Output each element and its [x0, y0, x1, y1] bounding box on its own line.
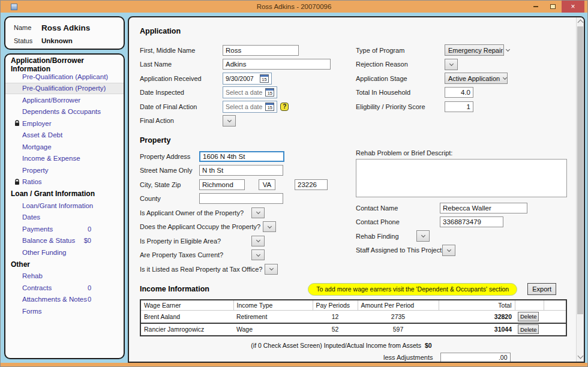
city-state-zip-label: City, State Zip	[140, 181, 199, 188]
col-wage-earner: Wage Earner	[140, 300, 233, 311]
eligible-area-question-dropdown[interactable]	[251, 236, 265, 246]
income-heading: Income Information	[140, 285, 209, 293]
sidebar-item-forms[interactable]: Forms	[5, 305, 124, 317]
scroll-up-icon[interactable]	[578, 20, 584, 26]
total-household-label: Total In Household	[356, 89, 445, 96]
date-final-action-datepicker[interactable]: Select a date 15	[223, 101, 277, 113]
nav-header-other: Other	[5, 258, 124, 270]
contact-name-input[interactable]	[440, 203, 527, 213]
rehab-finding-dropdown[interactable]	[416, 230, 430, 242]
col-total: Total	[439, 300, 515, 311]
rehab-problem-label: Rehab Problem or Brief Descript:	[356, 149, 567, 159]
sidebar-item-other-funding[interactable]: Other Funding	[5, 246, 124, 258]
last-name-label: Last Name	[140, 61, 223, 68]
app-window: Ross Adkins - 20070096 × Name Ross Adkin…	[0, 0, 588, 367]
profile-panel: Name Ross Adkins Status Unknown	[4, 16, 125, 50]
sidebar-item-mortgage[interactable]: Mortgage	[5, 141, 124, 153]
less-adjustments-label: less Adjustments	[383, 354, 433, 361]
contracts-count: 0	[88, 284, 91, 291]
payments-count: 0	[88, 225, 91, 233]
table-row: Brent Aaland Retirement 12 2735 32820 De…	[140, 311, 566, 323]
export-button[interactable]: Export	[527, 283, 556, 295]
contact-phone-input[interactable]	[440, 216, 503, 227]
calendar-icon: 15	[265, 103, 274, 111]
first-middle-name-input[interactable]	[223, 45, 299, 56]
attachments-count: 0	[88, 296, 91, 303]
eligibility-score-input[interactable]	[445, 101, 473, 112]
name-value: Ross Adkins	[41, 23, 90, 32]
date-inspected-datepicker[interactable]: Select a date 15	[223, 86, 277, 98]
sidebar-item-contracts[interactable]: Contracts0	[5, 282, 124, 294]
chevron-down-icon	[227, 118, 231, 122]
sidebar-item-applicant-borrower[interactable]: Applicant/Borrower	[5, 94, 124, 106]
nav-panel: Application/Borrower Information Pre-Qua…	[4, 53, 125, 359]
sidebar-item-ratios[interactable]: Ratios	[5, 176, 124, 188]
sidebar-item-attachments[interactable]: Attachments & Notes0	[5, 294, 124, 306]
occupy-question-dropdown[interactable]	[263, 221, 276, 232]
income-table-header: Wage Earner Income Type Pay Periods Amou…	[140, 300, 566, 311]
scrollbar-thumb[interactable]	[577, 26, 583, 314]
final-action-dropdown[interactable]	[223, 115, 236, 127]
type-of-program-dropdown[interactable]: Emergency Repair	[445, 44, 504, 56]
real-property-question-dropdown[interactable]	[265, 264, 278, 275]
table-row: Rancier Jamrogowicz Wage 52 597 31044 De…	[140, 323, 566, 336]
close-button[interactable]: ×	[562, 1, 584, 13]
rejection-reason-dropdown[interactable]	[445, 59, 458, 70]
income-table: Wage Earner Income Type Pay Periods Amou…	[140, 299, 567, 336]
application-received-label: Application Received	[140, 75, 223, 82]
street-name-input[interactable]	[199, 165, 283, 176]
staff-assigned-dropdown[interactable]	[442, 245, 455, 256]
state-input[interactable]	[259, 179, 275, 190]
main-content: Application First, Middle Name Last Name…	[128, 16, 585, 363]
last-name-input[interactable]	[223, 59, 331, 70]
sidebar-item-prequal-property[interactable]: Pre-Qualification (Property)	[5, 83, 124, 95]
sidebar-item-rehab[interactable]: Rehab	[5, 270, 124, 282]
zip-input[interactable]	[295, 179, 328, 190]
first-middle-name-label: First, Middle Name	[140, 47, 223, 54]
application-stage-dropdown[interactable]: Active Application	[445, 73, 508, 84]
total-household-input[interactable]	[445, 87, 473, 98]
rehab-problem-textarea[interactable]	[356, 159, 567, 197]
real-property-question-label: Is it Listed as Real Property at Tax Off…	[140, 266, 265, 273]
sidebar-item-income-expense[interactable]: Income & Expense	[5, 153, 124, 165]
city-input[interactable]	[199, 179, 245, 190]
delete-button[interactable]: Delete	[518, 324, 539, 334]
balance-count: $0	[84, 237, 91, 244]
sidebar-item-employer[interactable]: Employer	[5, 118, 124, 130]
scroll-down-icon[interactable]	[578, 353, 584, 359]
assets-income-value: $0	[425, 342, 432, 349]
maximize-button[interactable]	[544, 1, 562, 13]
sidebar-item-payments[interactable]: Payments0	[5, 223, 124, 235]
col-actions	[515, 300, 544, 311]
chevron-down-icon	[268, 224, 272, 228]
vertical-scrollbar[interactable]	[576, 17, 584, 362]
application-received-datepicker[interactable]: 9/30/2007 15	[223, 73, 272, 85]
calendar-icon: 15	[265, 88, 274, 97]
taxes-current-question-dropdown[interactable]	[251, 249, 265, 260]
sidebar-item-asset-debt[interactable]: Asset & Debt	[5, 130, 124, 142]
property-heading: Property	[140, 136, 567, 145]
maximize-icon	[550, 4, 556, 9]
name-label: Name	[14, 24, 41, 31]
minimize-button[interactable]	[527, 1, 544, 13]
sidebar-item-loan-grant-info[interactable]: Loan/Grant Information	[5, 200, 124, 212]
close-icon: ×	[571, 2, 575, 11]
chevron-down-icon	[506, 47, 510, 52]
help-icon[interactable]: ?	[280, 103, 289, 111]
date-inspected-label: Date Inspected	[140, 89, 223, 96]
title-bar: Ross Adkins - 20070096 ×	[1, 1, 587, 13]
chevron-down-icon	[421, 233, 425, 237]
sidebar-item-property[interactable]: Property	[5, 164, 124, 176]
sidebar-item-balance-status[interactable]: Balance & Status$0	[5, 235, 124, 247]
property-address-input[interactable]	[199, 151, 284, 162]
county-label: County	[140, 195, 199, 202]
sidebar-item-dependents[interactable]: Dependents & Occupants	[5, 106, 124, 118]
owner-question-dropdown[interactable]	[251, 207, 265, 218]
sidebar-item-dates[interactable]: Dates	[5, 212, 124, 224]
delete-button[interactable]: Delete	[518, 312, 539, 321]
sidebar: Name Ross Adkins Status Unknown Applicat…	[1, 13, 128, 363]
sidebar-item-prequal-applicant[interactable]: Pre-Qualification (Applicant)	[5, 71, 124, 83]
county-input[interactable]	[199, 193, 283, 204]
less-adjustments-input[interactable]	[440, 353, 511, 362]
nav-header-borrower: Application/Borrower Information	[5, 59, 124, 71]
